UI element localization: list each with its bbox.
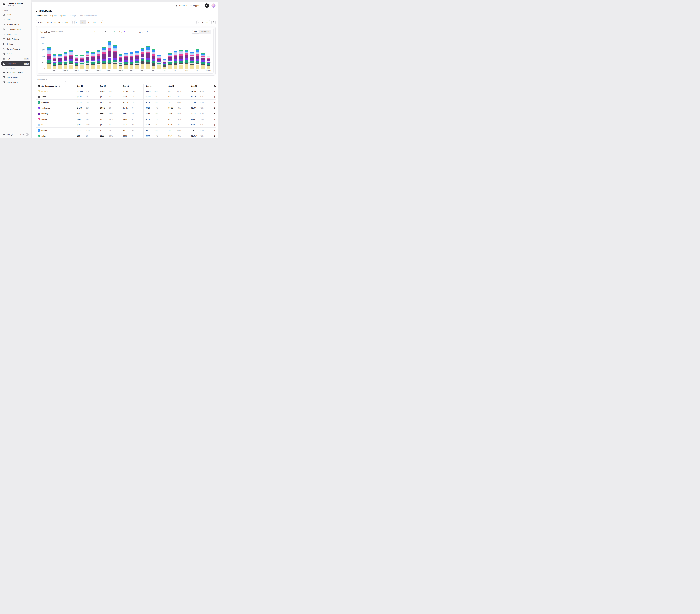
bar-oct-6[interactable] bbox=[185, 50, 188, 69]
shipping-checkbox[interactable] bbox=[38, 113, 40, 115]
support-button[interactable]: Support bbox=[190, 4, 200, 7]
customers-checkbox[interactable] bbox=[38, 107, 40, 109]
chart-legend: paymentsordersinventorycustomersshipping… bbox=[95, 31, 161, 33]
toggle-cost-button[interactable]: Cost bbox=[192, 30, 199, 34]
bar-sep-25[interactable] bbox=[124, 53, 128, 69]
cell-value: $440 bbox=[123, 113, 132, 115]
bar-sep-28[interactable] bbox=[141, 48, 145, 69]
orders-checkbox[interactable] bbox=[38, 96, 40, 98]
design-checkbox[interactable] bbox=[38, 129, 40, 131]
bar-sep-26[interactable] bbox=[130, 52, 134, 69]
inventory-checkbox[interactable] bbox=[38, 101, 40, 104]
bar-segment-inventory bbox=[174, 61, 177, 63]
export-all-button[interactable]: Export all bbox=[197, 20, 210, 24]
card-title: Key Metrics bbox=[40, 31, 50, 33]
bar-oct-7[interactable] bbox=[190, 52, 194, 69]
sidebar-item-service-accounts[interactable]: Service Accounts bbox=[1, 47, 30, 51]
range-12m-button[interactable]: 12M bbox=[91, 20, 97, 24]
bar-segment-design bbox=[113, 46, 117, 48]
cell-payments-sep-16: $4.3K40% bbox=[189, 88, 212, 94]
feedback-button[interactable]: Feedback bbox=[176, 4, 187, 7]
sidebar-item-topic-policies[interactable]: Topic Policies bbox=[1, 80, 30, 85]
cell-finance-sep-14: $1.4K40% bbox=[143, 116, 166, 122]
view-by-dropdown[interactable]: View by Service Account Label: domain bbox=[36, 20, 73, 24]
bar-sep-18[interactable] bbox=[86, 51, 89, 69]
select-all-checkbox[interactable] bbox=[38, 85, 40, 87]
bar-segment-inventory bbox=[53, 63, 57, 65]
range-ytd-button[interactable]: YTD bbox=[97, 20, 103, 24]
cluster-selector[interactable]: Cluster pkc-yytws local-kafka bbox=[1, 1, 30, 8]
sidebar-item-ksqldb[interactable]: ksqlDB bbox=[1, 51, 30, 56]
tab-ingress[interactable]: Ingress bbox=[50, 15, 57, 18]
bar-oct-2[interactable] bbox=[163, 59, 166, 69]
cell-value: $ bbox=[214, 124, 216, 126]
bar-segment-inventory bbox=[91, 61, 95, 64]
hr-checkbox[interactable] bbox=[38, 124, 40, 126]
bar-sep-16[interactable] bbox=[75, 55, 78, 69]
bar-sep-11[interactable] bbox=[47, 47, 51, 69]
bar-sep-17[interactable] bbox=[80, 55, 84, 69]
sidebar-item-topics[interactable]: Topics bbox=[1, 17, 30, 22]
sidebar-item-chargeback[interactable]: ChargebackBETA bbox=[1, 61, 30, 66]
toggle-percentage-button[interactable]: Percentage bbox=[199, 30, 211, 34]
sidebar-item-sql[interactable]: SQLBETA bbox=[1, 56, 30, 61]
sort-icon[interactable] bbox=[59, 85, 60, 87]
quick-search-input[interactable] bbox=[36, 78, 60, 82]
bar-oct-3[interactable] bbox=[168, 53, 172, 69]
cell-orders-sep-12: $1502% bbox=[98, 94, 121, 100]
bar-oct-10[interactable] bbox=[207, 56, 210, 69]
bar-sep-24[interactable] bbox=[118, 54, 122, 69]
tab-egress[interactable]: Egress bbox=[60, 15, 66, 18]
bar-segment-shipping bbox=[97, 55, 100, 59]
bar-sep-20[interactable] bbox=[97, 50, 100, 69]
sidebar-item-kafka-gateway[interactable]: Kafka Gateway bbox=[1, 37, 30, 41]
bar-sep-19[interactable] bbox=[91, 52, 95, 69]
bar-oct-8[interactable] bbox=[196, 49, 199, 69]
bar-sep-12[interactable] bbox=[53, 54, 57, 69]
bar-sep-21[interactable] bbox=[102, 47, 106, 69]
bar-oct-9[interactable] bbox=[201, 53, 205, 69]
sidebar-item-applications-catalog[interactable]: Applications Catalog bbox=[1, 70, 30, 75]
bar-sep-30[interactable] bbox=[152, 49, 155, 69]
bar-segment-design bbox=[201, 54, 205, 55]
range-6m-button[interactable]: 6M bbox=[86, 20, 91, 24]
dark-mode-toggle[interactable] bbox=[205, 3, 209, 8]
view-by-label: View by Service Account Label: domain bbox=[37, 21, 68, 23]
bar-sep-14[interactable] bbox=[64, 52, 67, 69]
user-avatar[interactable] bbox=[211, 3, 216, 8]
cell-finance-sep-13: $9855% bbox=[121, 116, 143, 122]
cell-finance-sep-15: $1.2K40% bbox=[166, 116, 189, 122]
tab-storage[interactable]: Storage bbox=[70, 15, 76, 18]
sidebar-item-schema-registry[interactable]: Schema Registry bbox=[1, 22, 30, 27]
bar-oct-5[interactable] bbox=[179, 50, 183, 69]
sales-checkbox[interactable] bbox=[38, 135, 40, 137]
chart-settings-button[interactable] bbox=[211, 20, 216, 24]
bar-sep-13[interactable] bbox=[58, 54, 62, 69]
sidebar-footer-toggle[interactable] bbox=[25, 133, 29, 136]
bar-sep-29[interactable] bbox=[146, 46, 150, 69]
bar-sep-22[interactable] bbox=[108, 41, 111, 69]
sidebar-item-brokers[interactable]: Brokers bbox=[1, 41, 30, 46]
range-30d-button[interactable]: 30D bbox=[79, 20, 86, 24]
cluster-switcher-icon[interactable] bbox=[27, 3, 29, 5]
bar-segment-shipping bbox=[80, 59, 84, 61]
sidebar-item-kafka-connect[interactable]: Kafka Connect bbox=[1, 32, 30, 37]
sidebar-item-home[interactable]: Home bbox=[1, 12, 30, 17]
payments-checkbox[interactable] bbox=[38, 90, 40, 92]
finance-checkbox[interactable] bbox=[38, 118, 40, 120]
sidebar-item-consumer-groups[interactable]: Consumer Groups bbox=[1, 27, 30, 31]
add-filter-button[interactable] bbox=[62, 78, 66, 82]
bar-oct-1[interactable] bbox=[157, 54, 161, 69]
sidebar-item-topic-catalog[interactable]: Topic Catalog bbox=[1, 75, 30, 80]
bar-sep-15[interactable] bbox=[69, 50, 73, 69]
cell-value: $ bbox=[214, 135, 216, 137]
legend-more-label[interactable]: +4 More bbox=[154, 31, 161, 33]
bar-oct-4[interactable] bbox=[174, 51, 177, 69]
tab-number-of-partitions[interactable]: Number of Partitions bbox=[80, 15, 97, 18]
range-7d-button[interactable]: 7D bbox=[74, 20, 80, 24]
tab-overall-cost[interactable]: Overall Cost bbox=[36, 15, 47, 18]
ksqldb-icon bbox=[3, 53, 5, 55]
sidebar-item-settings[interactable]: Settings V. 1.2 bbox=[1, 132, 30, 137]
bar-sep-23[interactable] bbox=[113, 45, 117, 69]
bar-sep-27[interactable] bbox=[135, 51, 139, 69]
